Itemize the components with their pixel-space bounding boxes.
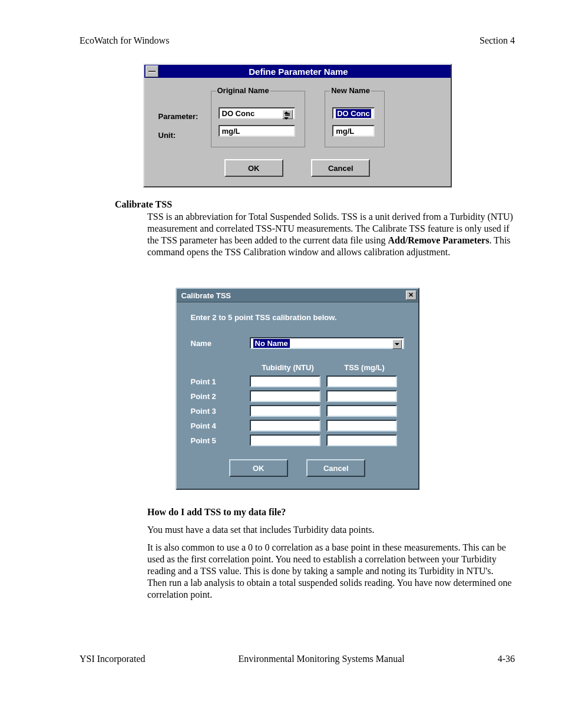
define-parameter-dialog: Define Parameter Name Parameter: Unit: O… — [143, 64, 452, 187]
original-name-legend: Original Name — [216, 86, 270, 95]
footer-right: 4-36 — [498, 654, 515, 664]
point-row: Point 4 — [191, 420, 404, 431]
calibrate-tss-paragraph: TSS is an abbreviation for Total Suspend… — [147, 211, 515, 258]
new-name-group: New Name DO Conc mg/L — [325, 91, 385, 147]
turbidity-header: Tubidity (NTU) — [250, 363, 326, 372]
header-right: Section 4 — [480, 35, 515, 46]
system-menu-icon[interactable] — [146, 65, 158, 77]
point-label: Point 5 — [191, 436, 250, 445]
original-unit-field[interactable]: mg/L — [219, 125, 295, 137]
calibrate-tss-dialog: Calibrate TSS ✕ Enter 2 to 5 point TSS c… — [176, 288, 419, 490]
page-footer: YSI Incorporated Environmental Monitorin… — [80, 654, 515, 664]
ok-button[interactable]: OK — [229, 459, 288, 477]
ok-button[interactable]: OK — [224, 159, 283, 177]
dropdown-icon[interactable] — [282, 110, 293, 119]
original-parameter-combo[interactable]: DO Conc — [219, 107, 295, 119]
name-label: Name — [191, 339, 250, 348]
unit-label: Unit: — [158, 126, 199, 145]
point-row: Point 3 — [191, 405, 404, 417]
how-add-tss-heading: How do I add TSS to my data file? — [147, 506, 515, 518]
instruction-text: Enter 2 to 5 point TSS calibration below… — [191, 313, 404, 322]
parameter-label: Parameter: — [158, 107, 199, 126]
original-unit-value: mg/L — [222, 127, 240, 136]
new-unit-value: mg/L — [336, 127, 354, 136]
point1-turbidity-input[interactable] — [250, 375, 320, 387]
point3-tss-input[interactable] — [326, 405, 397, 417]
new-parameter-field[interactable]: DO Conc — [332, 107, 375, 119]
point1-tss-input[interactable] — [326, 375, 397, 387]
how-add-tss-p2: It is also common to use a 0 to 0 correl… — [147, 542, 515, 601]
dropdown-icon[interactable] — [392, 340, 402, 349]
point2-tss-input[interactable] — [326, 390, 397, 402]
cancel-button[interactable]: Cancel — [311, 159, 370, 177]
point-row: Point 2 — [191, 390, 404, 402]
new-unit-field[interactable]: mg/L — [332, 125, 375, 137]
point-row: Point 1 — [191, 375, 404, 387]
point-label: Point 2 — [191, 392, 250, 401]
dialog-title: Calibrate TSS — [181, 291, 232, 300]
point5-turbidity-input[interactable] — [250, 434, 320, 446]
point-label: Point 3 — [191, 407, 250, 416]
new-name-legend: New Name — [330, 86, 371, 95]
how-add-tss-p1: You must have a data set that includes T… — [147, 524, 515, 536]
name-combo[interactable]: No Name — [250, 337, 404, 349]
footer-center: Environmental Monitoring Systems Manual — [238, 654, 404, 664]
footer-left: YSI Incorporated — [80, 654, 146, 664]
original-name-group: Original Name DO Conc mg/L — [211, 91, 305, 147]
header-left: EcoWatch for Windows — [80, 35, 169, 46]
point5-tss-input[interactable] — [326, 434, 397, 446]
close-icon[interactable]: ✕ — [406, 291, 416, 300]
dialog-titlebar: Define Parameter Name — [144, 65, 451, 78]
point-label: Point 1 — [191, 377, 250, 386]
cancel-button[interactable]: Cancel — [306, 459, 365, 477]
point2-turbidity-input[interactable] — [250, 390, 320, 402]
tss-header: TSS (mg/L) — [326, 363, 403, 372]
calibrate-tss-heading: Calibrate TSS — [115, 199, 515, 210]
page-header: EcoWatch for Windows Section 4 — [80, 35, 515, 46]
original-parameter-value: DO Conc — [222, 109, 255, 118]
point-label: Point 4 — [191, 421, 250, 430]
point-row: Point 5 — [191, 434, 404, 446]
dialog-titlebar: Calibrate TSS ✕ — [177, 289, 418, 302]
name-value: No Name — [253, 339, 290, 348]
point3-turbidity-input[interactable] — [250, 405, 320, 417]
dialog-title: Define Parameter Name — [160, 67, 438, 77]
add-remove-bold: Add/Remove Parameters — [388, 235, 489, 245]
point4-turbidity-input[interactable] — [250, 420, 320, 431]
new-parameter-value: DO Conc — [336, 109, 371, 118]
column-headers: Tubidity (NTU) TSS (mg/L) — [250, 363, 404, 372]
point4-tss-input[interactable] — [326, 420, 397, 431]
row-labels: Parameter: Unit: — [158, 107, 199, 145]
